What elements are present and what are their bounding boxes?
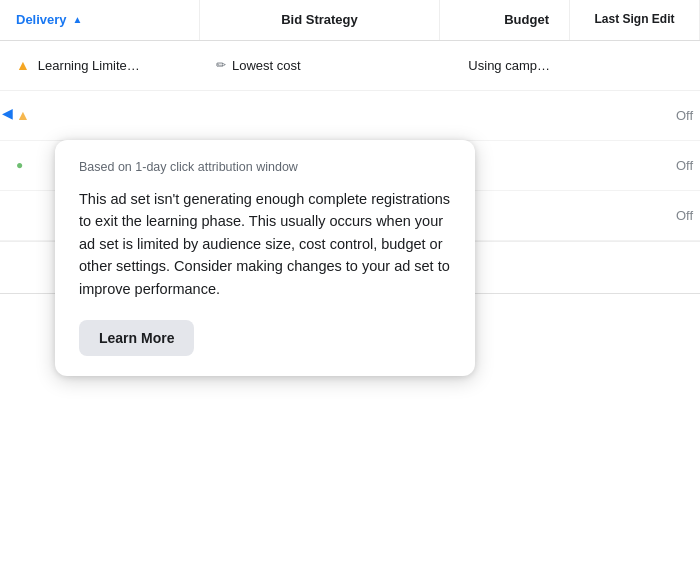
dot-icon: ● xyxy=(16,158,23,172)
bid-strategy-cell-row2 xyxy=(200,105,530,125)
delivery-cell-row1: ▲ Learning Limite… xyxy=(0,47,200,83)
table-row: ▲ Off xyxy=(0,91,700,141)
delivery-cell-row2: ▲ xyxy=(0,97,200,133)
bid-strategy-value-row1: Lowest cost xyxy=(232,58,301,73)
delivery-text-row1: Learning Limite… xyxy=(38,58,140,73)
budget-column-header: Budget xyxy=(440,0,570,40)
budget-cell-row1: Using camp… xyxy=(440,48,570,83)
budget-cell-row3 xyxy=(530,155,660,175)
popup-subtitle: Based on 1-day click attribution window xyxy=(79,160,451,174)
delivery-header-label: Delivery xyxy=(16,12,67,27)
last-sign-edit-column-header: Last Sign Edit xyxy=(570,0,700,40)
bid-strategy-column-header: Bid Strategy xyxy=(200,0,440,40)
warning-icon: ▲ xyxy=(16,107,30,123)
warning-icon: ▲ xyxy=(16,57,30,73)
off-label-row2: Off xyxy=(660,98,700,133)
delivery-column-header[interactable]: Delivery ▲ xyxy=(0,0,200,40)
popup-body-text: This ad set isn't generating enough comp… xyxy=(79,188,451,300)
budget-cell-row4 xyxy=(530,205,660,225)
sort-arrow-icon: ▲ xyxy=(73,14,83,25)
pencil-icon[interactable]: ✏ xyxy=(216,58,226,72)
last-sign-cell-row1 xyxy=(570,55,700,75)
bid-strategy-cell-row1: ✏ Lowest cost xyxy=(200,48,440,83)
budget-cell-row2 xyxy=(530,105,660,125)
off-label-row3: Off xyxy=(660,148,700,183)
learn-more-button[interactable]: Learn More xyxy=(79,320,194,356)
off-label-row4: Off xyxy=(660,198,700,233)
learning-limited-popup: Based on 1-day click attribution window … xyxy=(55,140,475,376)
left-arrow-icon: ◀ xyxy=(2,105,13,121)
table-row: ▲ Learning Limite… ✏ Lowest cost Using c… xyxy=(0,41,700,91)
